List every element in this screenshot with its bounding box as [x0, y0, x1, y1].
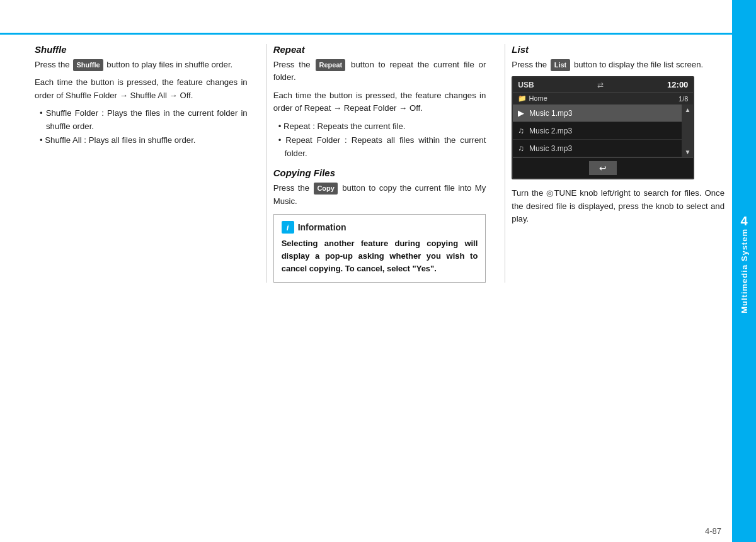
- information-box: i Information Selecting another feature …: [273, 214, 486, 282]
- copying-heading: Copying Files: [273, 167, 486, 178]
- music-icon-3: ♫: [518, 144, 524, 153]
- repeat-button-badge: Repeat: [316, 59, 345, 71]
- scroll-column: ▲ ▼: [682, 104, 693, 157]
- shuffle-bullet-1: • Shuffle Folder : Plays the files in th…: [40, 107, 248, 133]
- usb-screen: USB ⇄ 12:00 📁 Home 1/8 ▶ Music 1.mp3: [512, 76, 694, 179]
- main-content: Shuffle Press the Shuffle button to play…: [35, 44, 724, 517]
- back-button[interactable]: ↩: [589, 161, 617, 175]
- repeat-bullets: • Repeat : Repeats the current file. • R…: [278, 120, 486, 160]
- play-icon: ▶: [518, 108, 524, 118]
- copy-button-badge: Copy: [314, 183, 338, 195]
- usb-connect-icon: ⇄: [597, 81, 604, 89]
- scroll-up-arrow[interactable]: ▲: [684, 106, 690, 113]
- info-header: i Information: [282, 221, 478, 234]
- right-sidebar: 4 Multimedia System: [732, 0, 756, 542]
- usb-header: USB ⇄ 12:00: [513, 77, 693, 92]
- col-shuffle: Shuffle Press the Shuffle button to play…: [35, 44, 260, 283]
- back-row: ↩: [513, 157, 693, 178]
- shuffle-bullet-2: • Shuffle All : Plays all files in shuff…: [40, 134, 248, 147]
- usb-time: 12:00: [667, 80, 688, 89]
- folder-icon: 📁 Home: [518, 94, 547, 103]
- sidebar-label: Multimedia System: [740, 229, 749, 313]
- track-name-1: Music 1.mp3: [529, 109, 572, 118]
- track-name-3: Music 3.mp3: [529, 144, 572, 153]
- columns-container: Shuffle Press the Shuffle button to play…: [35, 44, 724, 283]
- usb-label: USB: [518, 81, 534, 89]
- shuffle-heading: Shuffle: [35, 44, 248, 55]
- page-number: 4-87: [705, 526, 721, 536]
- track-name-2: Music 2.mp3: [529, 127, 572, 135]
- repeat-heading: Repeat: [273, 44, 486, 55]
- repeat-bullet-2: • Repeat Folder : Repeats all files with…: [278, 134, 486, 160]
- shuffle-button-badge: Shuffle: [73, 59, 103, 71]
- track-row-3[interactable]: ♫ Music 3.mp3: [513, 140, 682, 157]
- list-button-badge: List: [551, 59, 571, 71]
- col-repeat: Repeat Press the Repeat button to repeat…: [273, 44, 499, 283]
- track-row-2[interactable]: ♫ Music 2.mp3: [513, 122, 682, 140]
- repeat-para2: Each time the button is pressed, the fea…: [273, 89, 486, 115]
- col-list: List Press the List button to display th…: [512, 44, 724, 283]
- info-title: Information: [298, 222, 346, 232]
- list-para2: Turn the ◎TUNE knob left/right to search…: [512, 187, 724, 225]
- repeat-para1: Press the Repeat button to repeat the cu…: [273, 59, 486, 84]
- list-para1: Press the List button to display the fil…: [512, 59, 724, 71]
- divider-1: [266, 44, 267, 283]
- track-list: ▶ Music 1.mp3 ♫ Music 2.mp3 ♫ Music 3.mp…: [513, 104, 682, 157]
- info-body: Selecting another feature during copying…: [282, 237, 478, 275]
- top-border: [0, 33, 756, 35]
- usb-path-row: 📁 Home 1/8: [513, 92, 693, 104]
- track-row-1[interactable]: ▶ Music 1.mp3: [513, 104, 682, 122]
- path-count: 1/8: [679, 95, 688, 103]
- repeat-bullet-1: • Repeat : Repeats the current file.: [278, 120, 486, 133]
- shuffle-para1: Press the Shuffle button to play files i…: [35, 59, 248, 71]
- shuffle-para2: Each time the button is pressed, the fea…: [35, 76, 248, 102]
- info-icon: i: [282, 221, 294, 234]
- shuffle-bullets: • Shuffle Folder : Plays the files in th…: [40, 107, 248, 147]
- track-list-wrapper: ▶ Music 1.mp3 ♫ Music 2.mp3 ♫ Music 3.mp…: [513, 104, 693, 157]
- chapter-number: 4: [740, 213, 747, 228]
- scroll-down-arrow[interactable]: ▼: [684, 149, 690, 155]
- divider-2: [505, 44, 505, 283]
- list-heading: List: [512, 44, 724, 55]
- copying-para: Press the Copy button to copy the curren…: [273, 182, 486, 208]
- music-icon-2: ♫: [518, 126, 524, 135]
